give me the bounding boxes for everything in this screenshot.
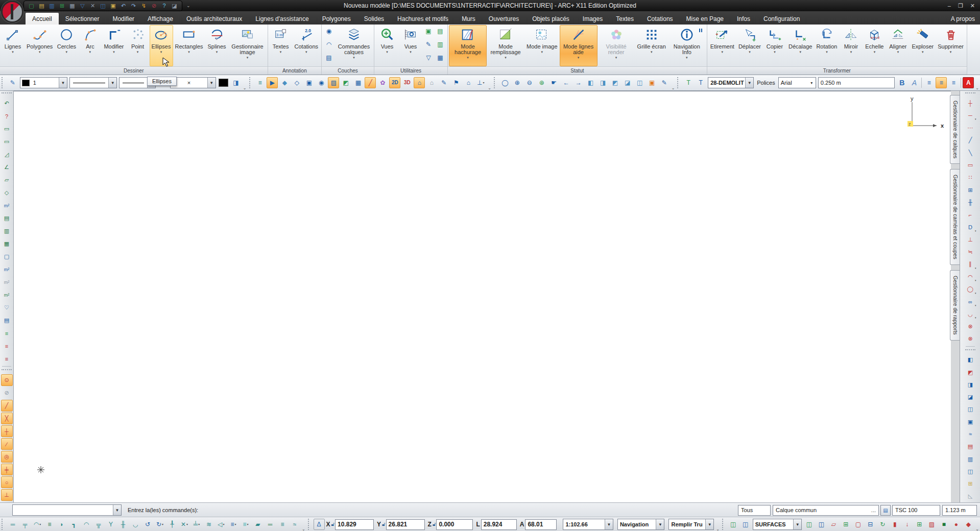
home-view-button[interactable]: ⌂ (414, 77, 425, 88)
y-coord-field[interactable]: 26.821 (386, 519, 425, 530)
chevron-down-icon[interactable]: ▾ (89, 50, 91, 54)
chevron-down-icon[interactable]: ▾ (615, 56, 617, 60)
minimize-button[interactable]: – (948, 3, 951, 9)
distance-field[interactable]: 1.123 m (942, 505, 977, 516)
navigation-combo[interactable]: Navigation ▼ (617, 519, 665, 530)
doc-ga-button[interactable]: ▤ (435, 26, 446, 36)
surface-drop-button[interactable]: ↓ (901, 519, 913, 530)
line-style-combo[interactable]: ▼ (69, 77, 117, 88)
view-prev-button[interactable]: ← (561, 77, 572, 88)
chevron-down-icon[interactable]: ▾ (975, 292, 976, 295)
splines-button[interactable]: Splines▾ (205, 25, 229, 66)
command-input[interactable]: ▼ (12, 504, 122, 516)
toolbar-overflow-icon[interactable]: ⌄ (975, 527, 979, 531)
area-ratio-button[interactable]: m² (1, 289, 13, 301)
chevron-down-icon[interactable]: ▾ (160, 50, 162, 54)
assist-dimension-button[interactable]: D▾ (965, 222, 976, 233)
prev-view-button[interactable]: ⌂ (426, 77, 437, 88)
chevron-down-icon[interactable]: ▾ (305, 50, 307, 54)
fill-bucket-icon[interactable]: ◨ (230, 77, 242, 88)
solid-cube-button[interactable]: ◆ (279, 77, 290, 88)
assist-cross-button[interactable]: ┼ (965, 98, 976, 109)
polylines-button[interactable]: Polygones▾ (25, 25, 55, 66)
edit-rows-2-button[interactable]: ≈ (289, 519, 300, 530)
favorites-query-button[interactable]: ♡ (1, 302, 13, 313)
chevron-down-icon[interactable]: ▼ (207, 78, 216, 88)
assist-two-points-button[interactable]: ⋯ (965, 122, 976, 133)
tab-objets-plac-s[interactable]: Objets placés (525, 13, 576, 25)
z-lock-icon[interactable]: 🔓︎ (433, 521, 436, 527)
edit-mirror-button[interactable]: ◁▾ (216, 519, 227, 530)
tab-accueil[interactable]: Accueil (26, 13, 59, 25)
align-button[interactable]: Aligner▾ (886, 25, 910, 66)
list-delete-button[interactable]: ≡ (1, 353, 13, 365)
chevron-down-icon[interactable]: ▾ (826, 50, 828, 54)
guides-toggle-button[interactable]: ╱ (365, 77, 376, 88)
assist-curve-button[interactable]: ◠▾ (965, 271, 976, 282)
assist-polyline-button[interactable]: ⌐ (965, 209, 976, 221)
mail-button[interactable]: ▽ (423, 53, 434, 63)
text-style-combo[interactable]: 28-DEMOLIT ▼ (708, 77, 754, 88)
tab-mise-en-page[interactable]: Mise en Page (680, 13, 730, 25)
edit-scissors-button[interactable]: ✕▾ (179, 519, 190, 530)
eye-button[interactable]: ◉ (323, 26, 334, 36)
edit-offset-cyan-button[interactable]: ≡▾ (240, 519, 251, 530)
snap-on-button[interactable]: ⊙ (1, 374, 13, 386)
view-2d-button[interactable]: 2D (389, 77, 400, 88)
print-button[interactable]: ▦ (68, 2, 77, 10)
mode-image-button[interactable]: Mode image▾ (524, 25, 560, 66)
toolbar-overflow-icon[interactable]: ⌄ (302, 527, 305, 531)
toolbar-grip[interactable] (2, 92, 12, 96)
toolbar-grip[interactable] (2, 77, 5, 88)
surface-refresh-button[interactable]: ↻ (877, 519, 888, 530)
chevron-down-icon[interactable]: ▾ (651, 50, 653, 54)
measure-stack-button[interactable]: ▦ (1, 238, 13, 250)
snap-tangent-button[interactable]: ○ (1, 476, 13, 488)
tab-solides[interactable]: Solides (357, 13, 391, 25)
chevron-down-icon[interactable]: ▾ (975, 267, 976, 270)
mode-fill-button[interactable]: Mode remplissage▾ (487, 25, 524, 66)
chevron-down-icon[interactable]: ▼ (705, 519, 713, 529)
chevron-down-icon[interactable]: ▼ (793, 519, 801, 529)
surface-outline-button[interactable]: ▱ (828, 519, 839, 530)
edit-node-rotate-button[interactable]: ↺ (142, 519, 153, 530)
app-logo[interactable] (1, 1, 23, 23)
chevron-down-icon[interactable]: ▾ (162, 521, 163, 527)
view-cube-back-button[interactable]: ◪ (965, 391, 976, 402)
list-add-button[interactable]: ≡ (1, 327, 13, 339)
close-button[interactable]: ✕ (970, 3, 975, 9)
assist-axes-button[interactable]: ╫ (965, 197, 976, 208)
assist-spacing-button[interactable]: ≒ (965, 246, 976, 257)
assist-pair-button[interactable]: ∥▾ (965, 259, 976, 270)
rectangles-button[interactable]: Rectangles▾ (173, 25, 205, 66)
toolbar-grip[interactable] (677, 77, 681, 88)
view-cube-right-button[interactable]: ▣ (965, 416, 976, 427)
section-grid-button[interactable]: ▤ (965, 441, 976, 452)
cube-view-4-button[interactable]: ◪ (622, 77, 633, 88)
toolbar-grip[interactable] (2, 369, 12, 373)
measure-angle-button[interactable]: ∠ (1, 161, 13, 173)
sketch-button[interactable]: ✎ (423, 39, 434, 50)
text-size-field[interactable]: 0.250 m (818, 77, 895, 88)
fill-mode-combo[interactable]: Remplir Tru ▼ (668, 519, 714, 530)
zoom-view-button[interactable]: Vues▾ (375, 25, 399, 66)
snap-cross-button[interactable]: ┼ (1, 425, 13, 437)
cube-view-1-button[interactable]: ◧ (585, 77, 596, 88)
edit-round-button[interactable]: ◠ (81, 519, 92, 530)
help-button[interactable]: ? (160, 2, 169, 10)
layer-common-field[interactable]: Calque commun ... (773, 505, 879, 516)
edit-parallel-button[interactable]: ═ (7, 519, 18, 530)
toolbar-grip[interactable] (722, 519, 726, 530)
toolbar-overflow-icon[interactable]: ⌄ (975, 86, 979, 90)
chevron-down-icon[interactable]: ▾ (247, 521, 248, 527)
surface-pick-button[interactable]: ◫ (816, 519, 827, 530)
chevron-down-icon[interactable]: ▾ (850, 50, 852, 54)
cube-view-3-button[interactable]: ◩ (610, 77, 621, 88)
fill-toggle-button[interactable]: ◩ (340, 77, 351, 88)
chevron-down-icon[interactable]: ▾ (975, 229, 976, 232)
chevron-down-icon[interactable]: ▾ (874, 50, 876, 54)
align-right-button[interactable]: ≡ (948, 77, 959, 88)
mail-send-button[interactable]: ▽ (78, 2, 87, 10)
browse-button[interactable]: ... (871, 507, 876, 513)
edit-align-top-button[interactable]: ╧▾ (191, 519, 202, 530)
